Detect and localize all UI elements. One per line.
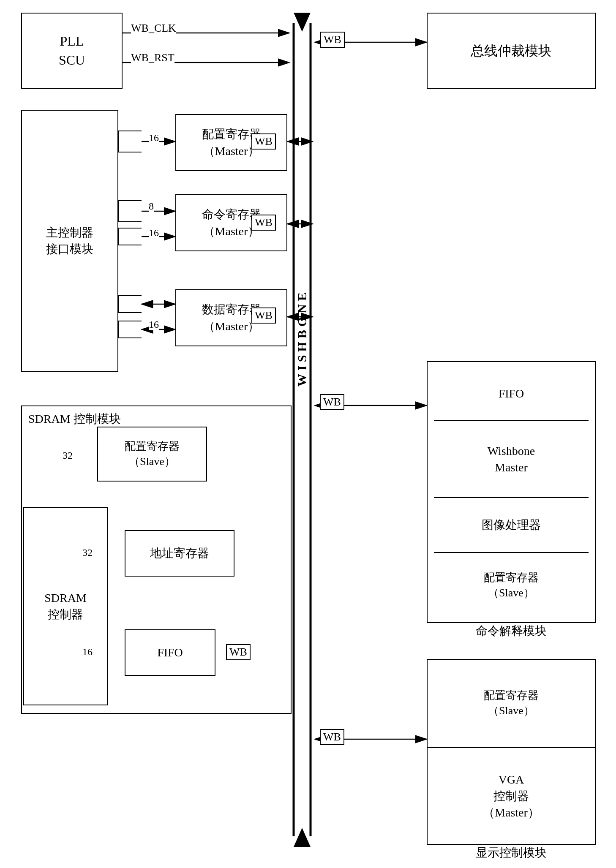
vga-module-label-text: 显示控制模块 <box>427 845 596 861</box>
wb-vga-label: WB <box>320 729 344 745</box>
n16-2-label: 16 <box>149 227 159 239</box>
config-reg-slave-sdram-box: 配置寄存器 （Slave） <box>97 427 207 482</box>
wb-arbiter-label: WB <box>320 32 345 48</box>
config-reg-slave-cmd-label: 配置寄存器 （Slave） <box>484 570 539 601</box>
wishbone-label: WISHBONE <box>295 169 309 507</box>
wb-cmd-master-label: WB <box>251 215 276 231</box>
n16-3-label: 16 <box>149 319 159 330</box>
fifo-cmd-label: FIFO <box>499 385 524 402</box>
wb-config-master-label: WB <box>251 133 276 150</box>
wb-rst-label: WB_RST <box>131 52 174 64</box>
wishbone-master-label: Wishbone Master <box>488 443 535 476</box>
config-reg-slave-vga-label: 配置寄存器 （Slave） <box>484 688 539 719</box>
pll-scu-box: PLL SCU <box>21 13 123 89</box>
fifo-sdram-box: FIFO <box>125 629 215 676</box>
svg-marker-10 <box>294 828 311 847</box>
n16-4-label: 16 <box>82 646 93 658</box>
wb-fifo-sdram-label: WB <box>226 644 251 660</box>
architecture-diagram: PLL SCU WB_CLK WB_RST 总线仲裁模块 WB 主控制器 接口模… <box>0 0 616 868</box>
main-ctrl-box: 主控制器 接口模块 <box>21 110 118 372</box>
wb-cmd-interpret-label: WB <box>320 394 344 410</box>
bus-arbiter-box: 总线仲裁模块 <box>427 13 596 89</box>
addr-reg-box: 地址寄存器 <box>125 530 234 577</box>
image-processor-label: 图像处理器 <box>482 517 541 533</box>
wb-data-master-label: WB <box>251 307 276 324</box>
n16-1-label: 16 <box>149 132 159 144</box>
cmd-interpret-label-text: 命令解释模块 <box>427 623 596 639</box>
vga-module-box: 配置寄存器 （Slave） VGA 控制器 （Master） <box>427 659 596 845</box>
svg-marker-9 <box>294 13 311 32</box>
sdram-controller-box: SDRAM 控制器 <box>23 507 108 705</box>
wb-clk-label: WB_CLK <box>131 22 176 35</box>
cmd-interpret-module-box: FIFO Wishbone Master 图像处理器 配置寄存器 （Slave） <box>427 361 596 623</box>
vga-controller-label: VGA 控制器 （Master） <box>483 771 540 821</box>
n32-1-label: 32 <box>63 450 73 461</box>
n8-label: 8 <box>149 201 154 212</box>
n32-2-label: 32 <box>82 547 93 558</box>
